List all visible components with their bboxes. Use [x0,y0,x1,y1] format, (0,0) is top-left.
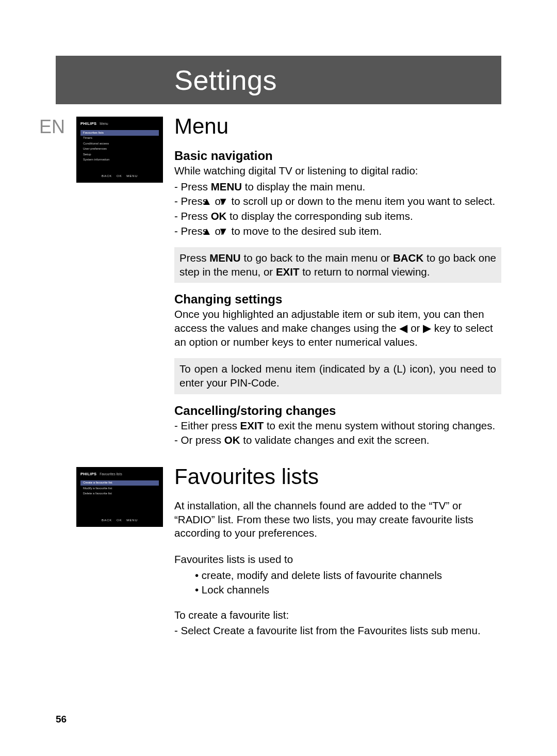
nav-step: - Press ▲ or ▼ to move to the desired su… [174,224,501,238]
page-number: 56 [56,714,67,725]
basic-nav-intro: While watching digital TV or listening t… [174,164,501,178]
ss1-item: Favourites lists [80,130,159,136]
cancel-step: - Or press OK to validate changes and ex… [174,433,501,447]
brand-label: PHILIPS [80,472,96,476]
screenshot-footer: BACK OK MENU [76,173,163,180]
favourites-bullet: • create, modify and delete lists of fav… [174,569,501,583]
subheading-cancelling: Cancelling/storing changes [174,404,501,418]
left-arrow-icon: ◀ [399,321,407,335]
cancel-step: - Either press EXIT to exit the menu sys… [174,419,501,433]
ss2-item: Delete a favourite list [80,491,159,497]
favourites-intro: At installation, all the channels found … [174,499,501,540]
ss1-item: System information [80,157,159,163]
ss1-item: User preferences [80,147,159,152]
note-box-pin: To open a locked menu item (indicated by… [174,358,501,394]
section-heading-menu: Menu [174,116,501,137]
ss1-item: Conditional access [80,141,159,147]
screenshot-menu: PHILIPS Menu Favourites lists Timers Con… [76,117,163,183]
favourites-used-to: Favourites lists is used to [174,553,501,567]
right-arrow-icon: ▶ [423,321,431,335]
ss1-item: Setup [80,152,159,157]
page-header: Settings [56,56,501,104]
nav-step: - Press MENU to display the main menu. [174,180,501,194]
language-code: EN [39,118,76,136]
ss1-item: Timers [80,136,159,141]
subheading-changing-settings: Changing settings [174,292,501,307]
ss2-item: Modify a favourite list [80,486,159,491]
changing-settings-body: Once you highlighted an adjustable item … [174,308,501,349]
brand-label: PHILIPS [80,121,96,126]
section-heading-favourites: Favourites lists [174,466,501,488]
ss2-item: Create a favourite list [80,480,159,486]
favourites-step: - Select Create a favourite list from th… [174,624,501,638]
subheading-basic-navigation: Basic navigation [174,149,501,163]
screenshot-title: Favourites lists [100,472,122,476]
note-box-nav: Press MENU to go back to the main menu o… [174,247,501,283]
favourites-bullet: • Lock channels [174,583,501,597]
screenshot-favourites: PHILIPS Favourites lists Create a favour… [76,467,163,527]
screenshot-footer: BACK OK MENU [76,517,163,524]
screenshot-title: Menu [100,122,108,125]
favourites-create-intro: To create a favourite list: [174,608,501,622]
nav-step: - Press ▲ or ▼ to scroll up or down to t… [174,195,501,208]
nav-step: - Press OK to display the corresponding … [174,210,501,223]
